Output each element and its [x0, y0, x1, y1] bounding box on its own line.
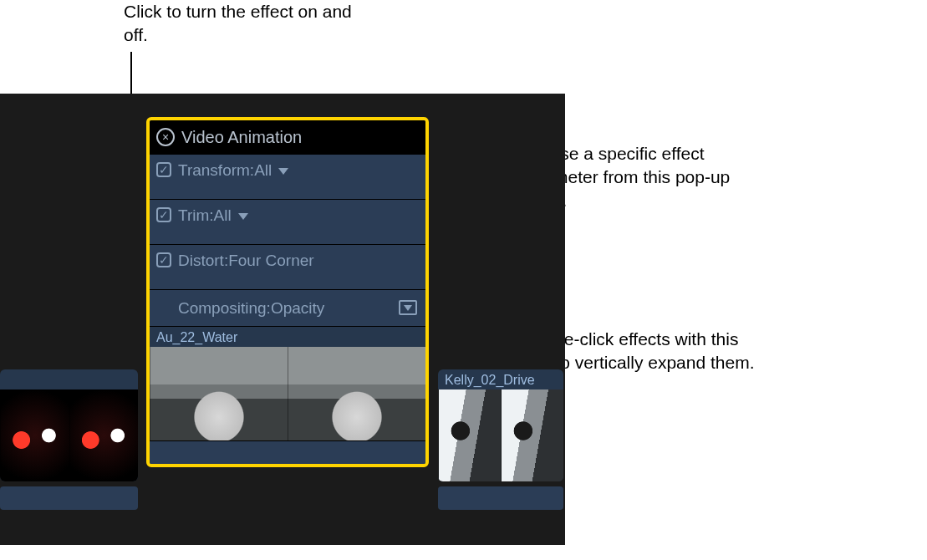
chevron-down-icon: [404, 305, 412, 311]
expand-effect-icon[interactable]: [399, 300, 417, 315]
callout-toggle-effect: Click to turn the effect on and off.: [124, 0, 374, 47]
audio-track-bar[interactable]: [0, 486, 138, 510]
effect-row-distort[interactable]: ✓ Distort:Four Corner: [150, 244, 425, 289]
clip-thumbnail: [288, 347, 425, 440]
clip-thumbnail: [438, 389, 501, 481]
timeline-clip-left[interactable]: [0, 369, 138, 481]
clip-thumbnail: [501, 389, 563, 481]
panel-title: Video Animation: [181, 128, 302, 147]
timeline-clip-right[interactable]: Kelly_02_Drive: [438, 369, 563, 481]
effect-label: Trim:All: [178, 206, 232, 225]
panel-header: × Video Animation: [150, 120, 425, 154]
effect-enable-checkbox[interactable]: ✓: [156, 162, 171, 177]
chevron-down-icon[interactable]: [278, 168, 288, 175]
clip-thumbnail: [69, 389, 139, 481]
panel-clip-preview[interactable]: Au_22_Water: [150, 326, 425, 440]
effect-row-transform[interactable]: ✓ Transform:All: [150, 154, 425, 199]
effect-label: Distort:Four Corner: [178, 252, 314, 270]
effect-enable-checkbox[interactable]: ✓: [156, 252, 171, 267]
clip-label: Au_22_Water: [150, 327, 425, 347]
close-icon[interactable]: ×: [156, 128, 175, 146]
effect-label: Compositing:Opacity: [178, 299, 324, 318]
clip-thumbnail: [150, 347, 288, 440]
video-animation-panel: × Video Animation ✓ Transform:All ✓ Trim…: [146, 117, 429, 467]
effect-enable-checkbox[interactable]: ✓: [156, 207, 171, 222]
clip-thumbnail: [0, 389, 69, 481]
audio-track-bar[interactable]: [438, 486, 563, 510]
audio-track-bar[interactable]: [150, 440, 425, 464]
clip-label: [0, 369, 138, 389]
effect-label: Transform:All: [178, 161, 272, 180]
effect-row-trim[interactable]: ✓ Trim:All: [150, 199, 425, 244]
clip-label: Kelly_02_Drive: [438, 369, 563, 389]
chevron-down-icon[interactable]: [238, 213, 248, 220]
effect-row-compositing[interactable]: Compositing:Opacity: [150, 289, 425, 326]
